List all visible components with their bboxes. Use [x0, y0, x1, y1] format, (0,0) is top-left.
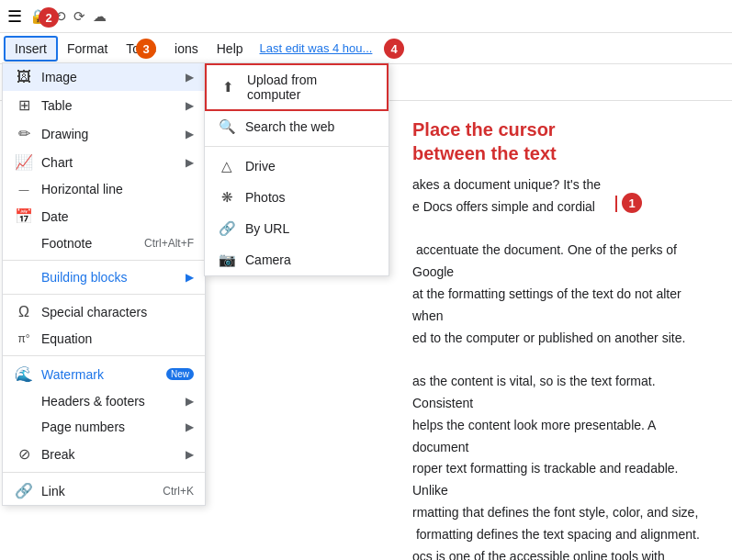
image-label: Image [41, 70, 186, 84]
chart-arrow: ▶ [186, 156, 194, 169]
place-cursor-heading: Place the cursorbetween the text [412, 118, 710, 165]
page-numbers-arrow: ▶ [186, 420, 194, 433]
submenu-camera[interactable]: 📷 Camera [205, 244, 389, 275]
submenu-upload[interactable]: ⬆ Upload from computer [205, 63, 389, 111]
blocks-label: Building blocks [41, 270, 186, 285]
submenu-sep-1 [205, 146, 389, 147]
chart-label: Chart [41, 155, 186, 170]
date-icon: 📅 [14, 207, 34, 225]
drive-label: Drive [245, 159, 276, 174]
link-menu-icon: 🔗 [14, 482, 34, 499]
headers-label: Headers & footers [41, 394, 186, 409]
menu-page-numbers[interactable]: Page numbers ▶ [3, 414, 205, 440]
sep-4 [3, 472, 205, 473]
hline-label: Horizontal line [41, 182, 194, 196]
upload-label: Upload from computer [247, 73, 374, 102]
break-arrow: ▶ [186, 448, 194, 461]
sep-2 [3, 294, 205, 295]
menu-insert[interactable]: Insert [4, 36, 58, 62]
submenu-photos[interactable]: ❋ Photos [205, 182, 389, 213]
redo-icon[interactable]: ⟳ [73, 8, 85, 25]
equation-label: Equation [41, 331, 194, 346]
break-label: Break [41, 447, 186, 462]
table-arrow: ▶ [186, 99, 194, 112]
page-numbers-label: Page numbers [41, 420, 186, 434]
menu-image[interactable]: 🖼 Image ▶ [3, 63, 205, 91]
doc-content: Place the cursorbetween the text akes a … [390, 99, 732, 560]
upload-icon: ⬆ [220, 79, 238, 95]
photos-icon: ❋ [218, 189, 236, 206]
submenu-search-web[interactable]: 🔍 Search the web [205, 111, 389, 142]
menu-break[interactable]: ⊘ Break ▶ [3, 440, 205, 468]
watermark-label: Watermark [41, 367, 161, 382]
new-badge: New [166, 368, 194, 380]
headers-arrow: ▶ [186, 395, 194, 408]
menu-footnote[interactable]: Footnote Ctrl+Alt+F [3, 230, 205, 256]
doc-paragraph-1: akes a document unique? It's the e Docs … [412, 174, 710, 560]
special-chars-icon: Ω [14, 304, 34, 320]
special-chars-label: Special characters [41, 305, 194, 319]
date-label: Date [41, 209, 194, 224]
blocks-arrow: ▶ [186, 271, 194, 284]
footnote-label: Footnote [41, 236, 144, 251]
by-url-label: By URL [245, 221, 289, 236]
submenu-drive[interactable]: △ Drive [205, 151, 389, 182]
footnote-shortcut: Ctrl+Alt+F [144, 237, 194, 250]
last-edit[interactable]: Last edit was 4 hou... [260, 41, 373, 55]
table-label: Table [41, 98, 186, 113]
search-web-icon: 🔍 [218, 118, 236, 135]
drawing-label: Drawing [41, 127, 186, 141]
menu-link[interactable]: 🔗 Link Ctrl+K [3, 476, 205, 505]
menu-watermark[interactable]: 🌊 Watermark New [3, 360, 205, 388]
menu-building-blocks[interactable]: Building blocks ▶ [3, 264, 205, 290]
drawing-icon: ✏ [14, 125, 34, 142]
search-web-label: Search the web [245, 119, 334, 134]
sep-1 [3, 260, 205, 261]
menu-headers-footers[interactable]: Headers & footers ▶ [3, 388, 205, 414]
link-shortcut: Ctrl+K [163, 485, 194, 498]
image-arrow: ▶ [186, 71, 194, 84]
image-icon: 🖼 [14, 69, 34, 85]
camera-label: Camera [245, 252, 291, 267]
menu-date[interactable]: 📅 Date [3, 202, 205, 230]
menu-extensions[interactable]: ions [165, 38, 208, 60]
top-bar: ☰ 🔒 ⟲ ⟳ ☁ 2 [0, 0, 732, 33]
cloud-icon: ☁ [93, 8, 107, 25]
menu-equation[interactable]: π° Equation [3, 326, 205, 352]
menu-special-chars[interactable]: Ω Special characters [3, 298, 205, 326]
menu-horizontal-line[interactable]: — Horizontal line [3, 176, 205, 202]
camera-icon: 📷 [218, 252, 236, 268]
badge-4: 4 [384, 39, 404, 59]
submenu-by-url[interactable]: 🔗 By URL [205, 213, 389, 244]
badge-1: 1 [622, 193, 642, 213]
break-icon: ⊘ [14, 445, 34, 463]
badge-2: 2 [39, 7, 59, 28]
menu-table[interactable]: ⊞ Table ▶ [3, 91, 205, 119]
menu-help[interactable]: Help [208, 38, 253, 60]
menu-bar: Insert Format Tools ions Help Last edit … [0, 33, 732, 64]
badge-3: 3 [136, 39, 156, 59]
menu-icon[interactable]: ☰ [7, 6, 22, 27]
insert-menu: 🖼 Image ▶ ⊞ Table ▶ ✏ Drawing ▶ 📈 Chart … [2, 62, 206, 506]
menu-format[interactable]: Format [58, 38, 117, 60]
sep-3 [3, 355, 205, 356]
text-cursor [615, 196, 617, 212]
drive-icon: △ [218, 158, 236, 174]
photos-label: Photos [245, 190, 286, 205]
menu-drawing[interactable]: ✏ Drawing ▶ [3, 119, 205, 148]
watermark-icon: 🌊 [14, 365, 34, 383]
by-url-icon: 🔗 [218, 220, 236, 237]
drawing-arrow: ▶ [186, 128, 194, 140]
equation-icon: π° [14, 332, 34, 345]
menu-chart[interactable]: 📈 Chart ▶ [3, 148, 205, 176]
image-submenu: ⬆ Upload from computer 🔍 Search the web … [204, 62, 389, 276]
chart-menu-icon: 📈 [14, 153, 34, 171]
link-label: Link [41, 484, 163, 498]
table-icon: ⊞ [14, 96, 34, 114]
hline-icon: — [14, 184, 34, 195]
